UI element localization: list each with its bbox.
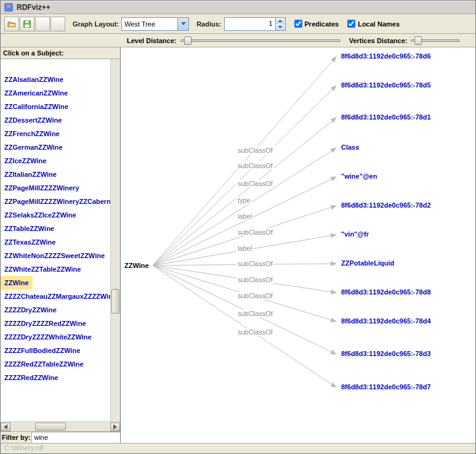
filter-label: Filter by: <box>1 432 31 443</box>
toolbar-button-3[interactable] <box>35 17 50 31</box>
local-names-label: Local Names <box>358 20 400 28</box>
combo-value: West Tree <box>124 20 155 28</box>
subject-item[interactable]: ZZWine <box>1 276 33 290</box>
subject-item[interactable]: ZZItalianZZWine <box>1 168 110 181</box>
subject-item[interactable]: ZZCaliforniaZZWine <box>1 100 110 113</box>
horizontal-scrollbar[interactable] <box>1 421 120 431</box>
edge-label: subClassOf <box>236 260 274 267</box>
graph-node[interactable]: 8f6d8d3:1192de0c965:-78d7 <box>341 383 431 391</box>
graph-canvas[interactable]: ZZWine 8f6d8d3:1192de0c965:-78d68f6d8d3:… <box>121 47 475 443</box>
subject-item[interactable]: ZZZZRedZZTableZZWine <box>1 357 110 371</box>
subject-list-inner: ZZAlsatianZZWineZZAmericanZZWineZZCalifo… <box>1 59 110 421</box>
window-title: RDFviz++ <box>17 3 50 12</box>
subject-item[interactable]: ZZAlsatianZZWine <box>1 73 110 86</box>
subject-item[interactable]: ZZTableZZWine <box>1 222 110 235</box>
titlebar[interactable]: RDFviz++ <box>1 1 475 14</box>
graph-layout-label: Graph Layout: <box>73 20 119 28</box>
local-names-checkbox[interactable]: Local Names <box>347 20 400 28</box>
graph-node[interactable]: 8f6d8d3:1192de0c965:-78d1 <box>341 113 431 121</box>
subject-item[interactable]: ZZZZChateauZZMargauxZZZZWine <box>1 290 110 303</box>
radius-spinner[interactable]: 1 <box>224 17 286 31</box>
subject-item[interactable]: ZZDessertZZWine <box>1 113 110 127</box>
local-names-input[interactable] <box>347 20 355 28</box>
folder-open-icon <box>7 20 16 28</box>
graph-node[interactable]: 8f6d8d3:1192de0c965:-78d2 <box>341 201 431 209</box>
graph-node[interactable]: 8f6d8d3:1192de0c965:-78d4 <box>341 317 431 325</box>
java-icon <box>4 3 13 12</box>
graph-node[interactable]: 8f6d8d3:1192de0c965:-78d5 <box>341 81 431 89</box>
edge-label: subClassOf <box>236 328 274 336</box>
spinner-up[interactable] <box>276 18 285 24</box>
edge-label: subClassOf <box>236 292 274 299</box>
scroll-left-button[interactable] <box>1 423 10 431</box>
subject-item[interactable]: ZZTexasZZWine <box>1 235 110 249</box>
subject-item[interactable]: ZZGermanZZWine <box>1 140 110 154</box>
vertical-scrollbar[interactable] <box>110 59 120 421</box>
toolbar: Graph Layout: West Tree Radius: 1 Predic… <box>1 14 475 34</box>
h-scroll-thumb[interactable] <box>35 423 66 431</box>
edge-label: label <box>236 245 253 252</box>
edge-label: subClassOf <box>236 276 274 283</box>
subject-item[interactable]: ZZAmericanZZWine <box>1 86 110 100</box>
graph-node[interactable]: ZZPotableLiquid <box>341 259 394 267</box>
radius-label: Radius: <box>196 20 221 28</box>
svg-rect-1 <box>25 20 28 23</box>
level-distance-slider[interactable] <box>180 35 341 46</box>
center-node[interactable]: ZZWine <box>124 262 149 269</box>
subject-item[interactable]: ZZZZRedZZWine <box>1 371 110 384</box>
status-bar: C:\Winery.rdf <box>1 443 475 453</box>
graph-node[interactable]: 8f6d8d3:1192de0c965:-78d6 <box>341 52 431 60</box>
subject-item[interactable]: ZZIceZZWine <box>1 154 110 168</box>
predicates-input[interactable] <box>294 20 302 28</box>
subject-item[interactable]: ZZZZDryZZWine <box>1 303 110 317</box>
graph-node[interactable]: 8f6d8d3:1192de0c965:-78d3 <box>341 350 431 357</box>
radius-value: 1 <box>225 18 275 30</box>
subject-item[interactable]: ZZWhiteNonZZZZSweetZZWine <box>1 249 110 262</box>
edge-label: subClassOf <box>236 162 274 169</box>
subject-item[interactable]: ZZZZFullBodiedZZWine <box>1 344 110 357</box>
subject-item[interactable]: ZZPageMillZZZZWineryZZCabernet <box>1 195 110 208</box>
predicates-label: Predicates <box>305 20 339 28</box>
svg-rect-2 <box>25 24 30 26</box>
vertices-distance-slider[interactable] <box>411 35 460 46</box>
save-button[interactable] <box>20 17 34 31</box>
edge-label: subClassOf <box>236 147 274 154</box>
chevron-down-icon <box>177 18 188 30</box>
subject-item[interactable]: ZZPageMillZZZZWinery <box>1 181 110 195</box>
graph-node[interactable]: 8f6d8d3:1192de0c965:-78d8 <box>341 288 431 296</box>
vertices-distance-label: Vertices Distance: <box>349 37 408 44</box>
svg-line-14 <box>153 266 336 387</box>
sidebar-title: Click on a Subject: <box>1 47 120 59</box>
subject-item[interactable]: ZZFrenchZZWine <box>1 127 110 140</box>
graph-node[interactable]: Class <box>341 144 359 151</box>
edge-label: type <box>236 197 252 204</box>
edge-lines <box>121 47 475 442</box>
app-window: RDFviz++ Graph Layout: West Tree Radius:… <box>0 0 476 454</box>
save-icon <box>23 20 31 28</box>
graph-node[interactable]: "vin"@fr <box>341 230 369 238</box>
main-row: Click on a Subject: ZZAlsatianZZWineZZAm… <box>1 47 475 443</box>
svg-line-4 <box>153 86 336 266</box>
scroll-thumb[interactable] <box>111 289 119 314</box>
edge-label: label <box>236 213 253 220</box>
scroll-right-button[interactable] <box>110 423 120 431</box>
svg-line-7 <box>153 177 336 266</box>
open-button[interactable] <box>4 17 19 31</box>
subject-item[interactable]: ZZSelaksZZIceZZWine <box>1 208 110 222</box>
subject-list: ZZAlsatianZZWineZZAmericanZZWineZZCalifo… <box>1 59 120 421</box>
distance-bar: Level Distance: Vertices Distance: <box>1 34 475 47</box>
spinner-down[interactable] <box>276 24 285 30</box>
edge-label: subClassOf <box>236 310 274 317</box>
filter-input[interactable]: wine <box>31 432 120 443</box>
graph-node[interactable]: "wine"@en <box>341 172 377 180</box>
predicates-checkbox[interactable]: Predicates <box>294 20 339 28</box>
graph-layout-combo[interactable]: West Tree <box>121 17 189 31</box>
subject-item[interactable]: ZZZZDryZZZZRedZZWine <box>1 317 110 330</box>
subject-item[interactable]: ZZWhiteZZTableZZWine <box>1 262 110 276</box>
edge-label: subClassOf <box>236 180 274 187</box>
svg-line-5 <box>153 118 336 266</box>
subject-item[interactable]: ZZZZDryZZZZWhiteZZWine <box>1 330 110 344</box>
toolbar-button-4[interactable] <box>50 17 65 31</box>
edge-label: subClassOf <box>236 229 274 236</box>
file-buttons <box>4 17 65 31</box>
